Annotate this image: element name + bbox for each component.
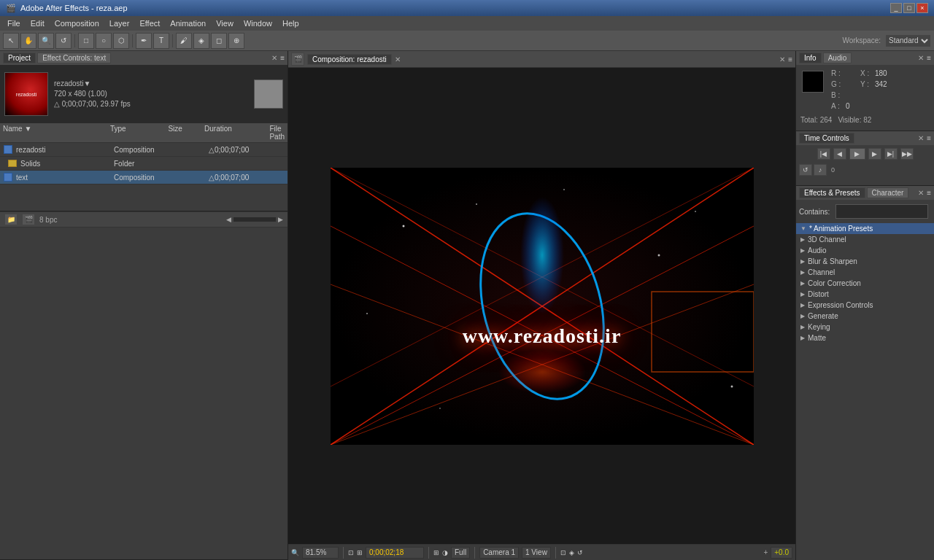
menu-edit[interactable]: Edit: [26, 18, 49, 29]
col-header-size[interactable]: Size: [168, 125, 204, 141]
comp-panel-menu[interactable]: ≡: [788, 55, 792, 63]
comp-camera[interactable]: Camera 1: [479, 547, 519, 559]
col-header-type[interactable]: Type: [110, 125, 168, 141]
titlebar-controls: _ □ ×: [890, 3, 928, 13]
tool-hand[interactable]: ✋: [20, 33, 36, 49]
effect-color-correction[interactable]: ▶ Color Correction: [796, 278, 934, 289]
tool-eraser[interactable]: ◻: [211, 33, 227, 49]
info-panel-menu[interactable]: ≡: [927, 54, 931, 62]
menu-help[interactable]: Help: [278, 18, 304, 29]
time-ctrl-close[interactable]: ✕: [918, 134, 924, 142]
effects-presets-panel: Effects & Presets Character ✕ ≡ Contains…: [796, 186, 934, 560]
effects-search-input[interactable]: [835, 204, 928, 219]
project-table-header: Name ▼ Type Size Source Name Duration Fi…: [0, 123, 287, 143]
effect-keying[interactable]: ▶ Keying: [796, 322, 934, 332]
tab-composition[interactable]: Composition: rezadosti: [307, 54, 392, 65]
item-type-rezadosti: Composition: [114, 146, 172, 154]
item-name-rezadosti: rezadosti: [16, 146, 93, 154]
panel-close-project[interactable]: ✕: [271, 54, 277, 62]
col-header-name[interactable]: Name ▼: [3, 125, 90, 141]
tc-play-stop[interactable]: ▶: [849, 148, 865, 160]
comp-offset[interactable]: +0.0: [771, 547, 792, 559]
effect-expression-controls[interactable]: ▶ Expression Controls: [796, 300, 934, 311]
project-item-text[interactable]: text Composition △0;00;07;00: [0, 171, 287, 184]
col-header-duration[interactable]: Duration: [204, 125, 269, 141]
tool-text[interactable]: T: [153, 33, 169, 49]
menu-window[interactable]: Window: [239, 18, 277, 29]
tool-pen[interactable]: ✒: [136, 33, 152, 49]
tc-audio[interactable]: ♪: [814, 164, 827, 176]
comp-quality[interactable]: Full: [451, 547, 470, 559]
comp-mask-icon[interactable]: ◑: [442, 549, 448, 556]
tool-rect[interactable]: □: [78, 33, 94, 49]
close-btn[interactable]: ×: [916, 3, 928, 13]
effect-distort[interactable]: ▶ Distort: [796, 289, 934, 300]
tc-prev-frame[interactable]: ◀: [833, 148, 846, 160]
workspace-select[interactable]: Standard: [885, 34, 931, 47]
project-item-solids[interactable]: Solids Folder: [0, 157, 287, 171]
menu-composition[interactable]: Composition: [50, 18, 104, 29]
tab-info[interactable]: Info: [799, 52, 822, 63]
tab-project[interactable]: Project: [3, 52, 36, 63]
time-ctrl-menu[interactable]: ≡: [927, 134, 931, 142]
svg-point-15: [695, 211, 696, 212]
panel-menu-icon[interactable]: ≡: [280, 54, 285, 62]
project-item-rezadosti[interactable]: rezadosti Composition △0;00;07;00: [0, 143, 287, 157]
g-label: G :: [831, 80, 846, 88]
comp-grid-icon[interactable]: ⊞: [433, 549, 439, 556]
tc-loop[interactable]: ↺: [799, 164, 812, 176]
tool-ellipse[interactable]: ○: [96, 33, 112, 49]
tool-poly[interactable]: ⬡: [113, 33, 129, 49]
effect-generate[interactable]: ▶ Generate: [796, 311, 934, 322]
comp-zoom-level[interactable]: 81.5%: [302, 547, 339, 559]
effect-channel[interactable]: ▶ Channel: [796, 267, 934, 278]
menu-effect[interactable]: Effect: [135, 18, 164, 29]
comp-refresh-icon[interactable]: ↺: [577, 549, 583, 556]
tab-effects-presets[interactable]: Effects & Presets: [799, 187, 865, 198]
tc-next-frame[interactable]: ▶: [868, 148, 881, 160]
icon-rezadosti: [3, 144, 13, 155]
tool-rotate[interactable]: ↺: [55, 33, 72, 49]
effect-matte[interactable]: ▶ Matte: [796, 332, 934, 343]
tool-brush[interactable]: 🖌: [176, 33, 192, 49]
effect-blur-sharpen[interactable]: ▶ Blur & Sharpen: [796, 256, 934, 267]
preview-thumbnail: rezadosti: [4, 72, 48, 116]
svg-point-12: [402, 225, 404, 227]
tool-stamp[interactable]: ◈: [193, 33, 209, 49]
comp-sep-3: [474, 547, 475, 559]
tc-first-frame[interactable]: |◀: [817, 148, 830, 160]
menu-animation[interactable]: Animation: [166, 18, 210, 29]
menu-view[interactable]: View: [212, 18, 238, 29]
comp-panel-close[interactable]: ✕: [779, 55, 785, 63]
tc-last-frame[interactable]: ▶|: [884, 148, 898, 160]
tool-select[interactable]: ↖: [3, 33, 19, 49]
proj-new-folder-btn[interactable]: 📁: [4, 214, 18, 225]
comp-region-icon[interactable]: ⊡: [560, 549, 566, 556]
info-panel-close[interactable]: ✕: [918, 54, 924, 62]
comp-view-select[interactable]: 1 View: [522, 547, 551, 559]
effect-audio[interactable]: ▶ Audio: [796, 245, 934, 256]
comp-panel-icon[interactable]: 🎬: [291, 52, 304, 66]
tc-ram-preview[interactable]: ▶▶: [900, 148, 914, 160]
effects-close[interactable]: ✕: [918, 189, 924, 197]
comp-trans-icon[interactable]: ◈: [569, 549, 574, 556]
time-loop-row: ↺ ♪ 0: [796, 163, 934, 177]
comp-timecode[interactable]: 0;00;02;18: [366, 547, 424, 559]
tab-time-controls[interactable]: Time Controls: [799, 133, 854, 144]
menu-layer[interactable]: Layer: [105, 18, 134, 29]
tab-character[interactable]: Character: [867, 187, 909, 198]
proj-new-comp-btn[interactable]: 🎬: [22, 214, 35, 225]
tab-effect-controls[interactable]: Effect Controls: text: [37, 52, 111, 63]
effect-animation-presets[interactable]: ▼ * Animation Presets: [796, 223, 934, 234]
comp-tab-close[interactable]: ✕: [395, 55, 401, 63]
effects-menu[interactable]: ≡: [927, 189, 931, 197]
tab-audio[interactable]: Audio: [823, 52, 852, 63]
tool-puppet[interactable]: ⊕: [228, 33, 244, 49]
maximize-btn[interactable]: □: [903, 3, 915, 13]
menu-file[interactable]: File: [3, 18, 25, 29]
tool-zoom[interactable]: 🔍: [38, 33, 54, 49]
effect-3d-channel[interactable]: ▶ 3D Channel: [796, 234, 934, 245]
col-header-fp[interactable]: File Path: [269, 125, 285, 141]
minimize-btn[interactable]: _: [890, 3, 902, 13]
item-dur-rezadosti: △0;00;07;00: [209, 146, 274, 154]
